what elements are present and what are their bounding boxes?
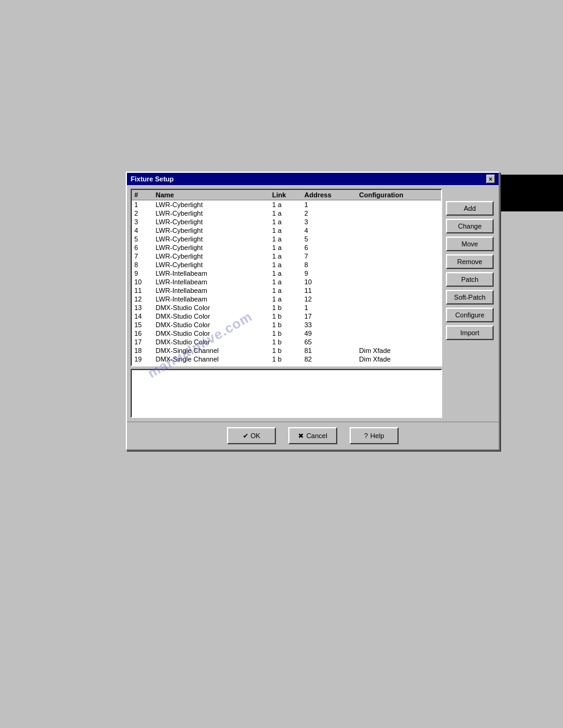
table-row[interactable]: 16DMX-Studio Color1 b49 [132, 329, 441, 338]
cell-address: 82 [302, 355, 356, 363]
table-row[interactable]: 14DMX-Studio Color1 b17 [132, 312, 441, 320]
table-row[interactable]: 4LWR-Cyberlight1 a4 [132, 226, 441, 235]
cell-address: 2 [302, 209, 356, 218]
cell-num: 12 [132, 295, 153, 303]
cell-num: 20 [132, 363, 153, 366]
cell-num: 13 [132, 303, 153, 312]
cell-link: 1 b [270, 320, 302, 329]
configure-button[interactable]: Configure [446, 308, 494, 322]
cell-name: DMX-Studio Color [153, 312, 270, 320]
soft-patch-button[interactable]: Soft-Patch [446, 290, 494, 305]
cell-name: DMX-Studio Color [153, 303, 270, 312]
cell-address: 12 [302, 295, 356, 303]
cell-link: 1 b [270, 329, 302, 338]
table-row[interactable]: 2LWR-Cyberlight1 a2 [132, 209, 441, 218]
cell-name: LWR-Cyberlight [153, 260, 270, 269]
cell-name: LWR-Cyberlight [153, 226, 270, 235]
table-row[interactable]: 19DMX-Single Channel1 b82Dim Xfade [132, 355, 441, 363]
patch-button[interactable]: Patch [446, 272, 494, 287]
table-row[interactable]: 8LWR-Cyberlight1 a8 [132, 260, 441, 269]
cell-name: LWR-Cyberlight [153, 252, 270, 260]
import-button[interactable]: Import [446, 325, 494, 340]
table-row[interactable]: 12LWR-Intellabeam1 a12 [132, 295, 441, 303]
cell-config: Dim Xfade [357, 363, 441, 366]
table-row[interactable]: 3LWR-Cyberlight1 a3 [132, 218, 441, 226]
cell-num: 2 [132, 209, 153, 218]
cell-config [357, 200, 441, 210]
cell-num: 1 [132, 200, 153, 210]
cell-name: LWR-Cyberlight [153, 218, 270, 226]
cell-link: 1 b [270, 346, 302, 355]
cell-config [357, 269, 441, 278]
cell-num: 5 [132, 235, 153, 243]
cell-address: 83 [302, 363, 356, 366]
cell-name: DMX-Studio Color [153, 329, 270, 338]
remove-button[interactable]: Remove [446, 254, 494, 269]
cell-num: 4 [132, 226, 153, 235]
table-row[interactable]: 13DMX-Studio Color1 b1 [132, 303, 441, 312]
cell-address: 4 [302, 226, 356, 235]
right-panel: Add Change Move Remove Patch Soft-Patch … [446, 189, 495, 418]
col-header-num: # [132, 190, 153, 200]
table-row[interactable]: 6LWR-Cyberlight1 a6 [132, 243, 441, 252]
col-header-name: Name [153, 190, 270, 200]
table-row[interactable]: 17DMX-Studio Color1 b65 [132, 338, 441, 346]
cell-link: 1 a [270, 200, 302, 210]
fixture-table: # Name Link Address Configuration 1LWR-C… [132, 190, 441, 366]
cell-link: 1 a [270, 235, 302, 243]
cell-link: 1 a [270, 209, 302, 218]
change-button[interactable]: Change [446, 219, 494, 233]
add-button[interactable]: Add [446, 201, 494, 216]
black-rectangle [496, 175, 563, 211]
cell-config [357, 243, 441, 252]
cell-address: 1 [302, 200, 356, 210]
cell-link: 1 a [270, 260, 302, 269]
cell-config [357, 286, 441, 295]
cell-address: 5 [302, 235, 356, 243]
cell-name: DMX-Studio Color [153, 338, 270, 346]
help-button[interactable]: ? Help [350, 427, 399, 444]
cell-config [357, 235, 441, 243]
dialog-content: # Name Link Address Configuration 1LWR-C… [127, 185, 499, 422]
cell-config [357, 338, 441, 346]
move-button[interactable]: Move [446, 237, 494, 251]
table-row[interactable]: 7LWR-Cyberlight1 a7 [132, 252, 441, 260]
cell-config [357, 252, 441, 260]
cell-num: 7 [132, 252, 153, 260]
table-row[interactable]: 9LWR-Intellabeam1 a9 [132, 269, 441, 278]
cell-num: 10 [132, 278, 153, 286]
cancel-label: Cancel [306, 432, 327, 439]
cell-address: 33 [302, 320, 356, 329]
cell-link: 1 b [270, 303, 302, 312]
cell-address: 11 [302, 286, 356, 295]
cell-link: 1 a [270, 278, 302, 286]
table-row[interactable]: 1LWR-Cyberlight1 a1 [132, 200, 441, 210]
cell-name: DMX-Studio Color [153, 320, 270, 329]
fixture-setup-dialog: Fixture Setup × # Name Link Address Conf… [126, 172, 500, 450]
cell-link: 1 a [270, 286, 302, 295]
cell-name: LWR-Cyberlight [153, 235, 270, 243]
fixture-table-container[interactable]: # Name Link Address Configuration 1LWR-C… [131, 189, 442, 366]
table-row[interactable]: 15DMX-Studio Color1 b33 [132, 320, 441, 329]
cell-config [357, 260, 441, 269]
title-bar: Fixture Setup × [127, 173, 499, 185]
ok-button[interactable]: ✔ OK [227, 427, 276, 444]
table-row[interactable]: 20DMX-Single Channel1 b83Dim Xfade [132, 363, 441, 366]
cell-link: 1 a [270, 252, 302, 260]
table-row[interactable]: 10LWR-Intellabeam1 a10 [132, 278, 441, 286]
close-button[interactable]: × [486, 175, 495, 183]
cell-num: 18 [132, 346, 153, 355]
table-row[interactable]: 5LWR-Cyberlight1 a5 [132, 235, 441, 243]
cell-link: 1 a [270, 243, 302, 252]
table-row[interactable]: 18DMX-Single Channel1 b81Dim Xfade [132, 346, 441, 355]
cell-num: 8 [132, 260, 153, 269]
bottom-button-bar: ✔ OK ✖ Cancel ? Help [127, 422, 499, 449]
cell-link: 1 b [270, 338, 302, 346]
cell-num: 11 [132, 286, 153, 295]
cancel-button[interactable]: ✖ Cancel [288, 427, 337, 444]
help-question-icon: ? [364, 432, 368, 439]
cell-address: 10 [302, 278, 356, 286]
cell-link: 1 a [270, 226, 302, 235]
table-row[interactable]: 11LWR-Intellabeam1 a11 [132, 286, 441, 295]
ok-label: OK [251, 432, 261, 439]
